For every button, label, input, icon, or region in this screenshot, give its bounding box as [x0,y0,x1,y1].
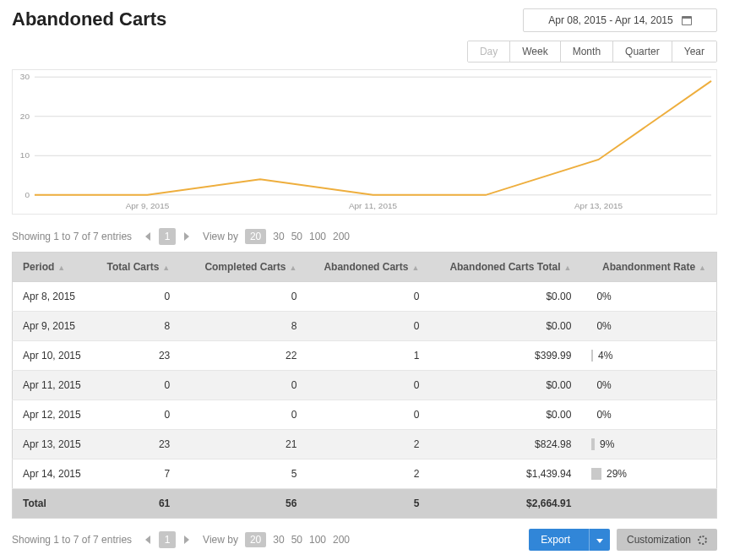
sort-icon: ▲ [162,264,170,272]
period-tab-week[interactable]: Week [509,41,559,62]
col-header-completed_carts[interactable]: Completed Carts▲ [180,253,307,282]
cell-completed-carts: 0 [180,400,307,430]
rate-bar [591,468,601,480]
cell-abandoned-total: $0.00 [429,400,581,430]
col-header-abandoned_carts[interactable]: Abandoned Carts▲ [307,253,429,282]
cell-abandoned-carts: 0 [307,371,429,400]
cell-abandoned-carts: 0 [307,312,429,341]
table-row: Apr 8, 2015000$0.000% [13,282,717,312]
period-tab-month[interactable]: Month [560,41,612,62]
viewby-option-200[interactable]: 200 [333,534,350,546]
col-header-abandonment_rate[interactable]: Abandonment Rate▲ [581,253,716,282]
cell-period: Apr 9, 2015 [13,312,97,341]
view-by-selector: View by 203050100200 [203,229,350,244]
rate-text: 0% [596,409,611,421]
chevron-left-icon [145,536,150,544]
cell-period: Apr 8, 2015 [13,282,97,312]
cell-abandonment-rate: 4% [581,341,716,371]
page-title: Abandoned Carts [12,8,166,30]
cell-completed-carts: 8 [180,312,307,341]
rate-text: 29% [607,468,627,480]
svg-text:Apr 9, 2015: Apr 9, 2015 [126,201,170,210]
col-header-period[interactable]: Period▲ [13,253,97,282]
cell-abandonment-rate: 0% [581,371,716,400]
period-tab-quarter[interactable]: Quarter [612,41,672,62]
cell-abandonment-rate: 9% [581,430,716,459]
rate-text: 0% [596,320,611,332]
pager-controls: 1 [140,228,194,245]
cell-abandoned-total: $0.00 [429,282,581,312]
export-dropdown-toggle[interactable] [589,529,610,551]
chevron-right-icon [184,232,189,241]
date-range-label: Apr 08, 2015 - Apr 14, 2015 [548,14,672,26]
sort-icon: ▲ [289,264,296,272]
pager-bottom: Showing 1 to 7 of 7 entries 1 View by 20… [12,529,717,551]
col-header-label: Abandoned Carts [324,261,408,273]
cell-abandoned-carts: 0 [307,282,429,312]
cell-abandoned-carts: 1 [307,341,429,371]
calendar-icon [682,16,692,25]
sort-icon: ▲ [564,264,572,272]
cell-abandonment-rate: 0% [581,282,716,312]
export-button[interactable]: Export [529,529,610,551]
col-header-total_carts[interactable]: Total Carts▲ [97,253,181,282]
pager-controls-bottom: 1 [140,531,194,548]
totals-abandoned-carts: 5 [307,489,429,519]
cell-completed-carts: 0 [180,371,307,400]
viewby-option-30[interactable]: 30 [273,231,284,242]
sort-icon: ▲ [699,264,706,272]
pager-info-bottom: Showing 1 to 7 of 7 entries [12,534,132,546]
export-button-label: Export [529,529,582,551]
chevron-right-icon [184,536,189,544]
pager-current-page-bottom[interactable]: 1 [159,531,176,548]
totals-abandonment-rate [581,489,716,519]
viewby-option-30[interactable]: 30 [273,534,284,546]
col-header-abandoned_total[interactable]: Abandoned Carts Total▲ [429,253,581,282]
cell-period: Apr 11, 2015 [13,371,97,400]
cell-total-carts: 0 [97,400,181,430]
pager-prev-button-bottom[interactable] [140,532,155,547]
viewby-option-20[interactable]: 20 [245,532,266,547]
pager-info: Showing 1 to 7 of 7 entries [12,231,132,242]
viewby-option-200[interactable]: 200 [333,231,350,242]
customization-button-label: Customization [627,534,691,546]
svg-text:20: 20 [20,111,30,121]
viewby-option-100[interactable]: 100 [309,534,326,546]
period-tab-year[interactable]: Year [672,41,716,62]
svg-text:10: 10 [20,150,30,160]
customization-button[interactable]: Customization [617,529,717,551]
cell-period: Apr 12, 2015 [13,400,97,430]
col-header-label: Abandonment Rate [602,261,695,273]
abandoned-carts-table: Period▲Total Carts▲Completed Carts▲Aband… [12,252,717,519]
col-header-label: Completed Carts [204,261,286,273]
cell-abandoned-total: $1,439.94 [429,459,581,489]
cell-abandonment-rate: 0% [581,400,716,430]
cell-total-carts: 0 [97,282,181,312]
cell-total-carts: 23 [97,430,181,459]
abandonment-line-chart: 0102030Apr 9, 2015Apr 11, 2015Apr 13, 20… [13,70,716,214]
cell-total-carts: 0 [97,371,181,400]
table-row: Apr 12, 2015000$0.000% [13,400,717,430]
col-header-label: Abandoned Carts Total [449,261,560,273]
period-tabs: DayWeekMonthQuarterYear [467,41,717,63]
viewby-option-20[interactable]: 20 [245,229,266,244]
viewby-option-50[interactable]: 50 [291,231,302,242]
cell-completed-carts: 21 [180,430,307,459]
cell-abandoned-carts: 2 [307,459,429,489]
pager-current-page[interactable]: 1 [159,228,176,245]
viewby-option-100[interactable]: 100 [309,231,326,242]
period-tab-day[interactable]: Day [468,41,509,62]
pager-prev-button[interactable] [140,229,155,244]
chevron-left-icon [145,232,150,241]
cell-completed-carts: 5 [180,459,307,489]
viewby-option-50[interactable]: 50 [291,534,302,546]
sort-icon: ▲ [57,264,65,272]
totals-completed-carts: 56 [180,489,307,519]
rate-text: 9% [600,438,614,450]
date-range-picker[interactable]: Apr 08, 2015 - Apr 14, 2015 [523,8,717,32]
pager-next-button[interactable] [179,229,194,244]
table-row: Apr 13, 201523212$824.989% [13,430,717,459]
sort-icon: ▲ [411,264,419,272]
svg-text:Apr 13, 2015: Apr 13, 2015 [574,201,623,210]
pager-next-button-bottom[interactable] [179,532,194,547]
